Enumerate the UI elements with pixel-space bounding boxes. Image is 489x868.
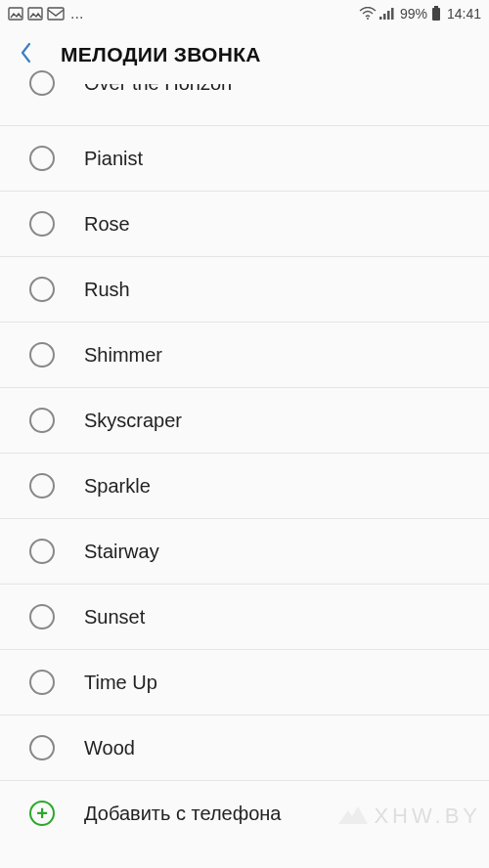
ringtone-label: Rose [84,213,489,236]
image-icon [27,7,43,21]
ringtone-row[interactable]: Over the Horizon [0,82,489,125]
image-icon [8,7,23,21]
radio-unchecked-icon[interactable] [29,735,55,760]
svg-rect-8 [432,8,440,21]
svg-rect-1 [28,8,42,20]
ringtone-label-wrap: Skyscraper [84,410,489,432]
ringtone-label: Sparkle [84,475,489,498]
ringtone-row[interactable]: Rush [0,256,489,322]
ringtone-label: Rush [84,279,489,301]
radio-unchecked-icon[interactable] [29,539,55,564]
radio-unchecked-icon[interactable] [29,146,55,171]
status-bar-right: 99% 14:41 [359,6,481,22]
status-bar-left: ... [8,6,83,22]
ringtone-label-wrap: Rose [84,213,489,236]
ringtone-label-wrap: Wood [84,737,489,760]
ringtone-label-wrap: Over the Horizon [84,76,489,106]
radio-unchecked-icon[interactable] [29,473,55,499]
ringtone-label-wrap: Pianist [84,148,489,170]
radio-unchecked-icon[interactable] [29,70,55,96]
mail-icon [47,7,65,21]
add-from-phone-row[interactable]: +Добавить с телефона [0,780,489,846]
ringtone-label: Sunset [84,606,489,629]
ringtone-label-wrap: Rush [84,279,489,301]
svg-rect-0 [9,8,22,20]
wifi-icon [359,7,377,21]
ringtone-row[interactable]: Skyscraper [0,387,489,453]
ringtone-label: Pianist [84,148,489,170]
ringtone-label: Time Up [84,672,489,694]
ringtone-label: Wood [84,737,489,760]
battery-icon [431,6,441,22]
header: МЕЛОДИИ ЗВОНКА [0,27,489,82]
ringtone-label-wrap: Stairway [84,541,489,563]
radio-unchecked-icon[interactable] [29,670,55,695]
page-title: МЕЛОДИИ ЗВОНКА [61,43,261,66]
svg-rect-6 [387,11,390,20]
ringtone-row[interactable]: Stairway [0,518,489,584]
add-from-phone-label: Добавить с телефона [84,803,489,825]
svg-rect-2 [48,8,64,20]
ringtone-row[interactable]: Pianist [0,125,489,191]
radio-unchecked-icon[interactable] [29,342,55,368]
ringtone-label-wrap: Shimmer [84,344,489,367]
radio-unchecked-icon[interactable] [29,211,55,237]
svg-rect-5 [383,14,386,20]
ringtone-label-wrap: Sparkle [84,475,489,498]
chevron-left-icon [19,41,32,68]
plus-icon: + [29,801,55,826]
ringtone-label: Shimmer [84,344,489,367]
radio-unchecked-icon[interactable] [29,277,55,302]
status-bar: ... 99% 14:41 [0,0,489,27]
radio-unchecked-icon[interactable] [29,408,55,433]
radio-unchecked-icon[interactable] [29,604,55,629]
svg-rect-7 [391,8,394,20]
ringtone-row[interactable]: Time Up [0,649,489,715]
svg-point-3 [367,18,369,20]
ringtone-label: Over the Horizon [84,76,489,95]
ringtone-row[interactable]: Rose [0,191,489,256]
ringtone-list: Over the HorizonPianistRoseRushShimmerSk… [0,82,489,846]
ringtone-row[interactable]: Wood [0,715,489,780]
ringtone-label-wrap: Sunset [84,606,489,629]
ringtone-row[interactable]: Sparkle [0,453,489,518]
back-button[interactable] [10,39,41,70]
ringtone-label-wrap: Time Up [84,672,489,694]
svg-rect-4 [379,17,382,20]
signal-icon [378,7,394,21]
status-time: 14:41 [447,6,481,22]
status-more-icon: ... [70,6,83,22]
ringtone-label: Stairway [84,541,489,563]
ringtone-row[interactable]: Shimmer [0,322,489,387]
ringtone-label: Skyscraper [84,410,489,432]
add-label-wrap: Добавить с телефона [84,803,489,825]
svg-rect-9 [434,6,438,8]
battery-percent: 99% [400,6,427,22]
ringtone-row[interactable]: Sunset [0,584,489,649]
